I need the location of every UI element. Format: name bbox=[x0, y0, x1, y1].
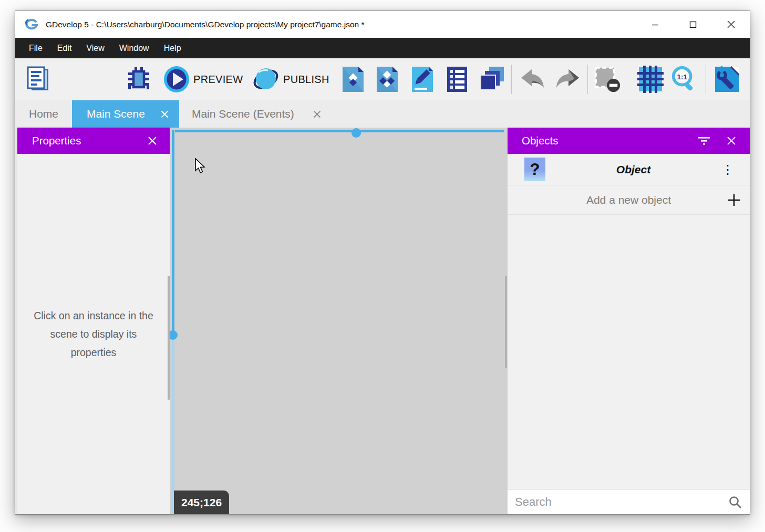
layers-icon bbox=[479, 66, 505, 93]
project-manager-icon bbox=[25, 66, 51, 93]
zoom-original-button[interactable]: 1:1 bbox=[670, 65, 698, 93]
add-object-button[interactable] bbox=[718, 194, 750, 206]
vertical-scroll-thumb[interactable] bbox=[170, 330, 178, 340]
canvas-horizontal-scrollbar[interactable] bbox=[175, 130, 504, 132]
redo-icon bbox=[555, 66, 581, 93]
toolbar-separator bbox=[587, 65, 588, 94]
edit-pencil-file-icon bbox=[410, 66, 435, 93]
close-window-button[interactable] bbox=[712, 11, 750, 38]
menu-help[interactable]: Help bbox=[157, 38, 189, 58]
objects-header: Objects bbox=[508, 128, 750, 154]
play-icon bbox=[163, 65, 190, 93]
undo-icon bbox=[519, 66, 545, 93]
publish-globe-icon bbox=[252, 65, 280, 93]
open-settings-button[interactable] bbox=[712, 65, 740, 93]
filter-icon bbox=[698, 137, 710, 145]
toggle-grid-button[interactable] bbox=[637, 65, 664, 93]
properties-header: Properties bbox=[17, 128, 170, 154]
scene-file-icon bbox=[340, 66, 366, 93]
objects-title: Objects bbox=[522, 134, 559, 147]
objects-list-empty-area bbox=[508, 215, 750, 489]
close-icon bbox=[148, 136, 157, 145]
instances-list-icon bbox=[444, 66, 470, 93]
zoom-1-1-icon: 1:1 bbox=[670, 65, 698, 94]
selection-mask-icon bbox=[594, 65, 621, 93]
horizontal-scroll-thumb[interactable] bbox=[352, 128, 361, 138]
close-objects-button[interactable] bbox=[725, 134, 738, 148]
canvas-right-scrollbar[interactable] bbox=[505, 276, 507, 368]
menubar: File Edit View Window Help bbox=[15, 38, 750, 58]
add-object-label: Add a new object bbox=[508, 194, 718, 206]
cursor-coordinates-badge: 245;126 bbox=[174, 491, 229, 514]
canvas-vertical-scrollbar[interactable] bbox=[172, 130, 174, 514]
objects-panel: Objects ? Object bbox=[507, 128, 750, 514]
toggle-mask-button[interactable] bbox=[594, 65, 621, 93]
search-button[interactable] bbox=[720, 495, 750, 509]
maximize-icon bbox=[689, 21, 697, 28]
maximize-button[interactable] bbox=[674, 11, 712, 38]
tab-main-scene-events[interactable]: Main Scene (Events) bbox=[179, 100, 332, 128]
preview-label[interactable]: PREVIEW bbox=[193, 58, 243, 100]
open-layers-button[interactable] bbox=[478, 65, 505, 93]
filter-objects-button[interactable] bbox=[697, 134, 711, 148]
toolbar-separator bbox=[511, 65, 512, 94]
object-menu-button[interactable]: ⋮ bbox=[721, 166, 734, 173]
tab-home[interactable]: Home bbox=[15, 100, 72, 128]
menu-edit[interactable]: Edit bbox=[50, 38, 79, 58]
add-object-row[interactable]: Add a new object bbox=[508, 185, 750, 215]
object-question-mark-icon: ? bbox=[524, 158, 545, 181]
minimize-icon bbox=[652, 21, 659, 28]
redo-button[interactable] bbox=[554, 65, 582, 93]
debug-icon bbox=[126, 66, 152, 93]
mouse-cursor-icon bbox=[194, 158, 208, 174]
main-content: Properties Click on an instance in the s… bbox=[15, 128, 750, 514]
titlebar: GDevelop 5 - C:\Users\charburg\Documents… bbox=[15, 11, 750, 38]
preview-button[interactable] bbox=[163, 65, 190, 93]
object-list-item[interactable]: ? Object ⋮ bbox=[508, 154, 750, 185]
properties-empty-message: Click on an instance in the scene to dis… bbox=[26, 307, 161, 362]
undo-button[interactable] bbox=[519, 65, 546, 93]
close-icon bbox=[727, 20, 735, 28]
menu-window[interactable]: Window bbox=[112, 38, 157, 58]
tab-home-label: Home bbox=[29, 108, 58, 120]
tab-main-scene[interactable]: Main Scene bbox=[72, 100, 179, 128]
debug-button[interactable] bbox=[125, 65, 152, 93]
tab-main-scene-label: Main Scene bbox=[87, 108, 145, 120]
toolbar: PREVIEW PUBLISH bbox=[15, 58, 750, 100]
close-tab-icon[interactable] bbox=[161, 110, 169, 118]
grid-icon bbox=[637, 66, 664, 93]
objects-file-icon bbox=[375, 66, 400, 93]
publish-button[interactable] bbox=[252, 65, 280, 93]
menu-view[interactable]: View bbox=[79, 38, 111, 58]
project-manager-button[interactable] bbox=[24, 65, 51, 93]
scene-canvas[interactable]: 245;126 bbox=[170, 128, 507, 514]
open-instances-list-button[interactable] bbox=[443, 65, 471, 93]
zoom-ratio-label: 1:1 bbox=[677, 73, 687, 81]
properties-body: Click on an instance in the scene to dis… bbox=[17, 154, 170, 514]
plus-icon bbox=[728, 194, 740, 206]
search-input[interactable] bbox=[508, 495, 720, 509]
edit-external-objects-button[interactable] bbox=[374, 65, 401, 93]
search-icon bbox=[728, 495, 742, 509]
object-name: Object bbox=[545, 163, 721, 176]
close-tab-icon[interactable] bbox=[313, 110, 321, 118]
gdevelop-logo-icon bbox=[24, 17, 39, 33]
objects-search-bar bbox=[508, 489, 750, 514]
close-properties-button[interactable] bbox=[146, 134, 159, 148]
window-controls bbox=[636, 11, 750, 38]
window-title: GDevelop 5 - C:\Users\charburg\Documents… bbox=[46, 20, 364, 29]
publish-label[interactable]: PUBLISH bbox=[283, 58, 329, 100]
menu-file[interactable]: File bbox=[22, 38, 50, 58]
close-icon bbox=[727, 136, 736, 145]
toolbar-separator bbox=[706, 65, 706, 94]
wrench-icon bbox=[713, 66, 739, 93]
tabbar: Home Main Scene Main Scene (Events) bbox=[15, 100, 750, 128]
edit-scene-properties-button[interactable] bbox=[409, 65, 436, 93]
properties-panel: Properties Click on an instance in the s… bbox=[17, 128, 170, 514]
app-window: GDevelop 5 - C:\Users\charburg\Documents… bbox=[15, 11, 750, 515]
properties-title: Properties bbox=[32, 134, 81, 147]
minimize-button[interactable] bbox=[636, 11, 674, 38]
tab-main-scene-events-label: Main Scene (Events) bbox=[192, 108, 294, 120]
edit-scene-button[interactable] bbox=[339, 65, 367, 93]
